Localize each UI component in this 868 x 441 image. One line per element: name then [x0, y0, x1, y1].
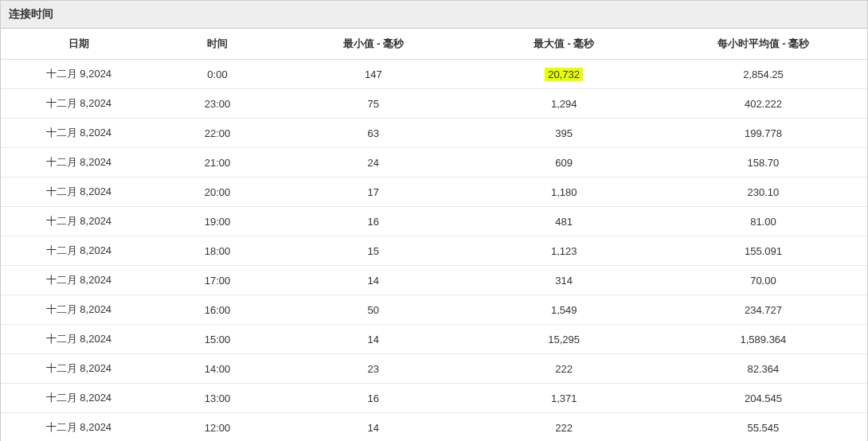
highlighted-max-value: 20,732 — [545, 68, 583, 81]
cell-min: 147 — [278, 60, 468, 89]
cell-date: 十二月 8,2024 — [1, 178, 157, 207]
cell-min: 24 — [278, 148, 468, 178]
cell-date: 十二月 9,2024 — [1, 60, 157, 89]
cell-avg: 81.00 — [659, 207, 867, 236]
cell-date: 十二月 8,2024 — [1, 207, 157, 236]
cell-time: 19:00 — [157, 207, 278, 236]
cell-max: 222 — [469, 354, 659, 384]
cell-time: 16:00 — [157, 295, 278, 325]
connection-time-panel: 连接时间 日期 时间 最小值 - 毫秒 最大值 - 毫秒 每小时平均值 - 毫秒… — [0, 0, 868, 441]
cell-date: 十二月 8,2024 — [1, 354, 157, 384]
cell-date: 十二月 8,2024 — [1, 89, 157, 119]
cell-max: 481 — [469, 207, 659, 236]
table-row: 十二月 8,202422:0063395199.778 — [1, 119, 867, 148]
cell-min: 75 — [278, 89, 468, 119]
cell-time: 23:00 — [157, 89, 278, 119]
cell-min: 17 — [278, 178, 468, 207]
cell-date: 十二月 8,2024 — [1, 325, 157, 354]
table-row: 十二月 9,20240:0014720,7322,854.25 — [1, 60, 867, 89]
cell-date: 十二月 8,2024 — [1, 295, 157, 325]
table-row: 十二月 8,202419:001648181.00 — [1, 207, 867, 236]
cell-time: 0:00 — [157, 60, 278, 89]
connection-time-table: 日期 时间 最小值 - 毫秒 最大值 - 毫秒 每小时平均值 - 毫秒 十二月 … — [1, 29, 867, 441]
cell-date: 十二月 8,2024 — [1, 236, 157, 266]
cell-avg: 1,589.364 — [659, 325, 867, 354]
cell-max: 1,549 — [469, 295, 659, 325]
table-row: 十二月 8,202413:00161,371204.545 — [1, 384, 867, 413]
header-min: 最小值 - 毫秒 — [278, 29, 468, 60]
cell-date: 十二月 8,2024 — [1, 148, 157, 178]
cell-time: 15:00 — [157, 325, 278, 354]
cell-avg: 402.222 — [659, 89, 867, 119]
cell-time: 21:00 — [157, 148, 278, 178]
cell-avg: 2,854.25 — [659, 60, 867, 89]
header-max: 最大值 - 毫秒 — [469, 29, 659, 60]
cell-avg: 234.727 — [659, 295, 867, 325]
table-row: 十二月 8,202421:0024609158.70 — [1, 148, 867, 178]
cell-avg: 55.545 — [659, 413, 867, 442]
cell-max: 222 — [469, 413, 659, 442]
cell-time: 17:00 — [157, 266, 278, 295]
table-row: 十二月 8,202412:001422255.545 — [1, 413, 867, 442]
cell-date: 十二月 8,2024 — [1, 413, 157, 442]
cell-date: 十二月 8,2024 — [1, 119, 157, 148]
cell-max: 1,180 — [469, 178, 659, 207]
table-row: 十二月 8,202414:002322282.364 — [1, 354, 867, 384]
cell-date: 十二月 8,2024 — [1, 384, 157, 413]
cell-min: 14 — [278, 325, 468, 354]
cell-time: 13:00 — [157, 384, 278, 413]
header-time: 时间 — [157, 29, 278, 60]
table-row: 十二月 8,202417:001431470.00 — [1, 266, 867, 295]
panel-title: 连接时间 — [1, 1, 867, 29]
cell-max: 15,295 — [469, 325, 659, 354]
cell-avg: 230.10 — [659, 178, 867, 207]
header-date: 日期 — [1, 29, 157, 60]
cell-min: 50 — [278, 295, 468, 325]
cell-min: 23 — [278, 354, 468, 384]
cell-max: 1,123 — [469, 236, 659, 266]
cell-min: 14 — [278, 266, 468, 295]
cell-time: 18:00 — [157, 236, 278, 266]
cell-avg: 158.70 — [659, 148, 867, 178]
cell-time: 12:00 — [157, 413, 278, 442]
cell-max: 20,732 — [469, 60, 659, 89]
table-row: 十二月 8,202420:00171,180230.10 — [1, 178, 867, 207]
cell-min: 16 — [278, 384, 468, 413]
cell-min: 15 — [278, 236, 468, 266]
cell-time: 20:00 — [157, 178, 278, 207]
cell-avg: 70.00 — [659, 266, 867, 295]
cell-min: 63 — [278, 119, 468, 148]
cell-max: 314 — [469, 266, 659, 295]
table-row: 十二月 8,202415:001415,2951,589.364 — [1, 325, 867, 354]
cell-min: 16 — [278, 207, 468, 236]
cell-avg: 204.545 — [659, 384, 867, 413]
cell-max: 1,371 — [469, 384, 659, 413]
cell-time: 14:00 — [157, 354, 278, 384]
cell-time: 22:00 — [157, 119, 278, 148]
header-avg: 每小时平均值 - 毫秒 — [659, 29, 867, 60]
cell-avg: 82.364 — [659, 354, 867, 384]
cell-max: 395 — [469, 119, 659, 148]
cell-min: 14 — [278, 413, 468, 442]
cell-max: 609 — [469, 148, 659, 178]
cell-avg: 155.091 — [659, 236, 867, 266]
table-row: 十二月 8,202418:00151,123155.091 — [1, 236, 867, 266]
table-row: 十二月 8,202423:00751,294402.222 — [1, 89, 867, 119]
cell-max: 1,294 — [469, 89, 659, 119]
cell-date: 十二月 8,2024 — [1, 266, 157, 295]
table-row: 十二月 8,202416:00501,549234.727 — [1, 295, 867, 325]
cell-avg: 199.778 — [659, 119, 867, 148]
